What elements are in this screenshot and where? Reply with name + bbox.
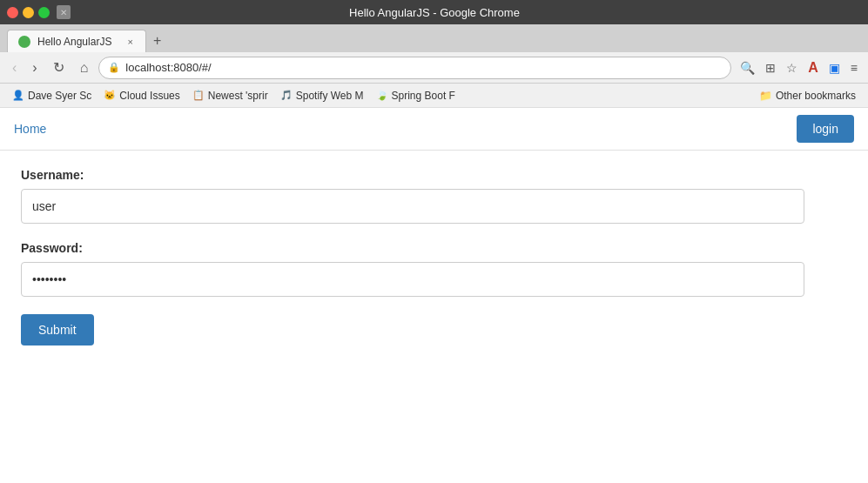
username-input[interactable] (21, 189, 804, 224)
forward-button[interactable]: › (27, 57, 42, 79)
username-label: Username: (21, 168, 847, 182)
menu-icon[interactable]: ≡ (847, 57, 861, 78)
submit-button[interactable]: Submit (21, 314, 94, 345)
page-content: Home login Username: Password: Submit (0, 108, 868, 483)
maximize-button[interactable] (38, 7, 50, 18)
home-button[interactable]: ⌂ (75, 57, 94, 79)
password-group: Password: (21, 241, 847, 297)
other-bookmarks-icon: 📁 (759, 90, 772, 102)
bookmark-item-cloud[interactable]: 🐱 Cloud Issues (98, 88, 185, 104)
other-bookmarks-button[interactable]: 📁 Other bookmarks (754, 88, 861, 104)
title-bar: ✕ Hello AngularJS - Google Chrome (0, 0, 868, 24)
search-icon[interactable]: 🔍 (737, 57, 758, 78)
address-bar[interactable]: 🔒 localhost:8080/#/ (98, 57, 731, 79)
bookmark-item-springboot[interactable]: 🍃 Spring Boot F (371, 88, 461, 104)
bookmark-cloud-label: Cloud Issues (119, 90, 179, 102)
tab-label: Hello AngularJS (37, 36, 111, 48)
bookmark-spotify-label: Spotify Web M (296, 90, 364, 102)
bookmark-item-dave[interactable]: 👤 Dave Syer Sc (7, 88, 97, 104)
bookmark-item-spotify[interactable]: 🎵 Spotify Web M (275, 88, 369, 104)
minimize-button[interactable] (23, 7, 34, 18)
reload-button[interactable]: ↻ (48, 56, 70, 79)
bookmark-item-newest[interactable]: 📋 Newest 'sprir (187, 88, 273, 104)
lock-icon: 🔒 (108, 62, 120, 73)
reader-icon[interactable]: ⊞ (762, 57, 779, 78)
home-nav-link[interactable]: Home (14, 122, 46, 136)
back-button[interactable]: ‹ (7, 57, 22, 79)
password-label: Password: (21, 241, 847, 255)
bookmarks-bar: 👤 Dave Syer Sc 🐱 Cloud Issues 📋 Newest '… (0, 84, 868, 108)
login-form: Username: Password: Submit (0, 151, 868, 363)
close-button[interactable] (7, 7, 18, 18)
username-group: Username: (21, 168, 847, 224)
app-navbar: Home login (0, 108, 868, 151)
monitor-icon[interactable]: ▣ (825, 57, 844, 78)
new-tab-button[interactable]: + (146, 30, 168, 52)
window-title: Hello AngularJS - Google Chrome (77, 6, 791, 19)
other-bookmarks-label: Other bookmarks (776, 90, 856, 102)
bookmark-springboot-icon: 🍃 (376, 90, 388, 101)
tab-close-button[interactable]: × (126, 37, 135, 47)
nav-icons: 🔍 ⊞ ☆ A ▣ ≡ (737, 57, 861, 79)
app-icon: ✕ (57, 5, 71, 19)
address-text: localhost:8080/#/ (125, 61, 722, 74)
bookmark-newest-label: Newest 'sprir (208, 90, 268, 102)
font-icon[interactable]: A (804, 57, 822, 79)
bookmark-springboot-label: Spring Boot F (392, 90, 455, 102)
nav-bar: ‹ › ↻ ⌂ 🔒 localhost:8080/#/ 🔍 ⊞ ☆ A ▣ ≡ (0, 52, 868, 84)
password-input[interactable] (21, 262, 804, 297)
bookmark-dave-label: Dave Syer Sc (28, 90, 91, 102)
login-button[interactable]: login (797, 115, 854, 143)
bookmark-cloud-icon: 🐱 (104, 90, 116, 101)
active-tab[interactable]: Hello AngularJS × (7, 30, 146, 52)
window-controls[interactable] (7, 7, 50, 18)
bookmark-newest-icon: 📋 (192, 90, 205, 101)
tab-bar: Hello AngularJS × + (0, 24, 868, 52)
bookmark-dave-icon: 👤 (12, 90, 24, 101)
bookmark-icon[interactable]: ☆ (783, 57, 801, 78)
bookmark-spotify-icon: 🎵 (280, 90, 293, 101)
tab-favicon (18, 36, 30, 48)
